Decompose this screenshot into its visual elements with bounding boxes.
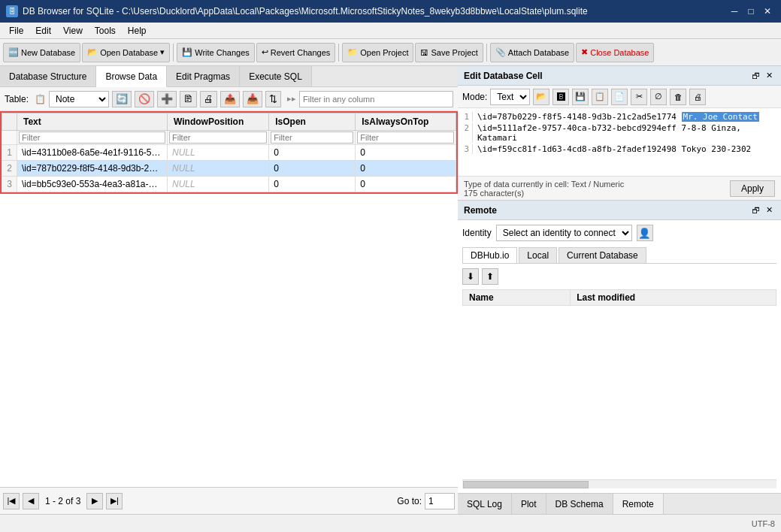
minimize-button[interactable]: ─ (727, 4, 742, 19)
identity-select[interactable]: Select an identity to connect (496, 225, 632, 241)
add-row-button[interactable]: ➕ (157, 91, 177, 107)
write-changes-button[interactable]: 💾 Write Changes (177, 43, 255, 62)
edit-import-button[interactable]: 📂 (533, 89, 549, 105)
menu-edit[interactable]: Edit (29, 24, 57, 38)
remote-tab-dbhubio[interactable]: DBHub.io (462, 247, 517, 263)
table-row[interactable]: 1 \id=4311b0e8-6a5e-4e1f-9116-56c5dcf75f… (2, 145, 456, 161)
edit-panel-close-button[interactable]: ✕ (763, 70, 775, 82)
cell-isopen-2[interactable]: 0 (269, 161, 356, 177)
tab-database-structure[interactable]: Database Structure (0, 66, 96, 86)
remote-tab-current-db[interactable]: Current Database (559, 247, 646, 263)
filter-isalwaysontop[interactable] (357, 131, 454, 144)
cell-isopen-3[interactable]: 0 (269, 177, 356, 192)
remote-tab-local[interactable]: Local (519, 247, 557, 263)
revert-icon: ↩ (262, 47, 268, 57)
col-header-text[interactable]: Text (17, 113, 168, 131)
bottom-tab-db-schema[interactable]: DB Schema (546, 494, 613, 514)
row-num-header (2, 113, 17, 131)
save-proj-icon: 🖫 (420, 48, 428, 57)
remote-panel-header: Remote 🗗 ✕ (458, 201, 781, 220)
cell-always-3[interactable]: 0 (356, 177, 456, 192)
cell-text-1[interactable]: \id=4311b0e8-6a5e-4e1f-9116-56c5dcf75ffc… (17, 145, 168, 161)
prev-page-button[interactable]: ◀ (23, 493, 39, 509)
remote-panel-restore-button[interactable]: 🗗 (749, 204, 761, 216)
save-project-button[interactable]: 🖫 Save Project (415, 43, 483, 62)
goto-input[interactable] (425, 493, 455, 509)
table-select[interactable]: Note (49, 91, 109, 107)
edit-null-button[interactable]: ∅ (650, 89, 667, 105)
window-controls: ─ □ ✕ (727, 4, 775, 19)
bottom-tab-remote[interactable]: Remote (613, 494, 664, 514)
menu-file[interactable]: File (3, 24, 29, 38)
edit-cut-button[interactable]: ✂ (631, 89, 647, 105)
remote-scrollbar[interactable] (462, 479, 776, 488)
refresh-button[interactable]: 🔄 (112, 91, 132, 107)
menu-bar: File Edit View Tools Help (0, 23, 781, 39)
table-row[interactable]: 2 \id=787b0229-f8f5-4148-9d3b-21c2ad5e17… (2, 161, 456, 177)
cell-winpos-3[interactable]: NULL (168, 177, 269, 192)
next-page-button[interactable]: ▶ (86, 493, 103, 509)
edit-bold-button[interactable]: 🅱 (552, 89, 569, 105)
menu-view[interactable]: View (57, 24, 89, 38)
remote-panel-close-button[interactable]: ✕ (763, 204, 775, 216)
delete-row-button[interactable]: 🖹 (180, 91, 197, 107)
col-header-isalwaysontop[interactable]: IsAlwaysOnTop (356, 113, 456, 131)
bottom-tab-sql-log[interactable]: SQL Log (458, 494, 512, 514)
last-page-button[interactable]: ▶| (106, 493, 123, 509)
filter-windowpos[interactable] (169, 131, 267, 144)
tab-execute-sql[interactable]: Execute SQL (240, 66, 312, 86)
edit-export-button[interactable]: 💾 (572, 89, 589, 105)
cell-text-2[interactable]: \id=787b0229-f8f5-4148-9d3b-21c2ad5e1774… (17, 161, 168, 177)
identity-connect-button[interactable]: 👤 (637, 225, 653, 241)
cell-isopen-1[interactable]: 0 (269, 145, 356, 161)
new-database-button[interactable]: 🆕 New Database (3, 43, 80, 62)
attach-database-button[interactable]: 📎 Attach Database (490, 43, 574, 62)
revert-changes-button[interactable]: ↩ Revert Changes (256, 43, 336, 62)
filter-text[interactable] (19, 131, 165, 144)
menu-help[interactable]: Help (122, 24, 153, 38)
cell-always-2[interactable]: 0 (356, 161, 456, 177)
open-project-button[interactable]: 📁 Open Project (342, 43, 413, 62)
tab-edit-pragmas[interactable]: Edit Pragmas (167, 66, 240, 86)
toolbar-sep-2 (338, 44, 339, 62)
print-button[interactable]: 🖨 (200, 91, 217, 107)
table-row[interactable]: 3 \id=bb5c93e0-553a-4ea3-a81a-5bf882dfef… (2, 177, 456, 192)
mode-select[interactable]: Text (490, 89, 530, 105)
apply-button[interactable]: Apply (730, 180, 775, 197)
first-page-button[interactable]: |◀ (3, 493, 20, 509)
col-header-isopen[interactable]: IsOpen (269, 113, 356, 131)
cell-always-1[interactable]: 0 (356, 145, 456, 161)
edit-clear-button[interactable]: 🗑 (670, 89, 686, 105)
open-database-button[interactable]: 📂 Open Database ▾ (82, 43, 170, 62)
edit-paste-button[interactable]: 📄 (611, 89, 628, 105)
sort-button[interactable]: ⇅ (265, 91, 281, 107)
bottom-tab-plot[interactable]: Plot (512, 494, 546, 514)
cell-winpos-1[interactable]: NULL (168, 145, 269, 161)
close-button[interactable]: ✕ (760, 4, 775, 19)
edit-database-cell-panel: Edit Database Cell 🗗 ✕ Mode: Text 📂 🅱 💾 … (458, 66, 781, 201)
import-button[interactable]: 📥 (243, 91, 262, 107)
edit-panel-restore-button[interactable]: 🗗 (749, 70, 761, 82)
table-controls: Table: 📋 Note 🔄 🚫 ➕ 🖹 🖨 📤 📥 ⇅ ▸▸ (0, 87, 458, 111)
close-database-button[interactable]: ✖ Close Database (576, 43, 654, 62)
toolbar-sep-1 (173, 44, 174, 62)
remote-download-button[interactable]: ⬇ (462, 268, 479, 285)
cell-winpos-2[interactable]: NULL (168, 161, 269, 177)
clear-filter-button[interactable]: 🚫 (135, 91, 154, 107)
cell-text-3[interactable]: \id=bb5c93e0-553a-4ea3-a81a-5bf882dfefbf… (17, 177, 168, 192)
filter-isopen[interactable] (271, 131, 353, 144)
export-csv-button[interactable]: 📤 (220, 91, 240, 107)
table-icon: 📋 (35, 94, 46, 104)
filter-any-column-input[interactable] (299, 91, 453, 107)
edit-copy-button[interactable]: 📋 (592, 89, 608, 105)
maximize-button[interactable]: □ (743, 4, 758, 19)
main-toolbar: 🆕 New Database 📂 Open Database ▾ 💾 Write… (0, 39, 781, 66)
open-proj-icon: 📁 (347, 47, 358, 57)
tab-browse-data[interactable]: Browse Data (96, 66, 167, 87)
goto-label: Go to: (397, 496, 422, 506)
col-header-windowpos[interactable]: WindowPosition (168, 113, 269, 131)
edit-print-button[interactable]: 🖨 (689, 89, 706, 105)
write-icon: 💾 (182, 47, 192, 57)
menu-tools[interactable]: Tools (89, 24, 122, 38)
remote-upload-button[interactable]: ⬆ (482, 268, 498, 285)
